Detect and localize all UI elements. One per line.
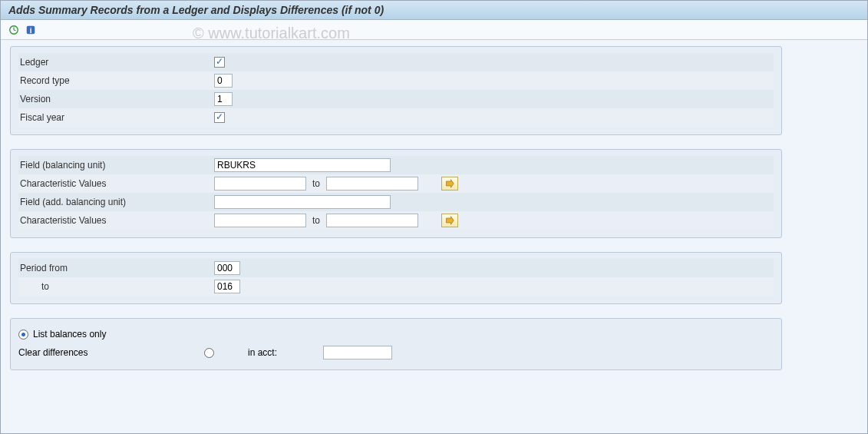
svg-text:i: i <box>30 25 32 34</box>
row-char-values-2: Characteristic Values to <box>18 211 774 230</box>
row-version: Version <box>18 90 774 108</box>
svg-line-2 <box>14 30 16 31</box>
multi-select-button-1[interactable] <box>441 177 458 190</box>
field-addbu-input[interactable] <box>214 195 391 209</box>
row-period-to: to <box>18 277 774 296</box>
group-balancing-unit: Field (balancing unit) Characteristic Va… <box>10 149 782 238</box>
multi-select-button-2[interactable] <box>441 214 458 227</box>
row-char-values-1: Characteristic Values to <box>18 174 774 193</box>
char-values-2-from-input[interactable] <box>214 214 306 227</box>
char-values-1-from-input[interactable] <box>214 177 306 190</box>
version-input[interactable] <box>214 92 233 106</box>
row-field-addbu: Field (add. balancing unit) <box>18 193 774 211</box>
field-bu-label: Field (balancing unit) <box>18 160 214 171</box>
row-ledger: Ledger <box>18 53 774 71</box>
period-to-label: to <box>18 281 214 292</box>
row-clear-diff: Clear differences in acct: <box>18 343 774 362</box>
char-values-2-label: Characteristic Values <box>18 215 214 226</box>
info-button[interactable]: i <box>24 23 38 37</box>
group-ledger-params: Ledger Record type Version Fiscal year <box>10 46 782 135</box>
group-period: Period from to <box>10 252 782 304</box>
version-label: Version <box>18 94 214 104</box>
ledger-label: Ledger <box>18 57 214 68</box>
char-values-1-label: Characteristic Values <box>18 178 214 189</box>
toolbar: i <box>1 20 867 40</box>
record-type-input[interactable] <box>214 74 233 88</box>
fiscal-year-checkbox[interactable] <box>214 112 225 123</box>
row-period-from: Period from <box>18 259 774 277</box>
content-area: © www.tutorialkart.com Ledger Record typ… <box>1 40 867 434</box>
row-field-bu: Field (balancing unit) <box>18 156 774 174</box>
row-fiscal-year: Fiscal year <box>18 108 774 127</box>
fiscal-year-label: Fiscal year <box>18 112 214 123</box>
row-list-balances: List balances only <box>18 325 774 343</box>
record-type-label: Record type <box>18 75 214 86</box>
ledger-checkbox[interactable] <box>214 57 225 68</box>
title-text: Adds Summary Records from a Ledger and D… <box>8 4 384 16</box>
page-title: Adds Summary Records from a Ledger and D… <box>1 1 867 20</box>
clear-diff-label: Clear differences <box>18 347 88 358</box>
in-acct-input[interactable] <box>323 346 392 359</box>
list-balances-label: List balances only <box>33 329 106 340</box>
field-bu-input[interactable] <box>214 158 391 172</box>
clear-diff-radio[interactable] <box>204 348 214 358</box>
period-from-label: Period from <box>18 263 214 273</box>
period-to-input[interactable] <box>214 280 240 293</box>
list-balances-radio[interactable] <box>18 330 28 340</box>
execute-button[interactable] <box>7 23 21 37</box>
period-from-input[interactable] <box>214 261 240 275</box>
to-label-2: to <box>312 215 320 226</box>
char-values-2-to-input[interactable] <box>326 214 418 227</box>
row-record-type: Record type <box>18 71 774 90</box>
group-options: List balances only Clear differences in … <box>10 318 782 370</box>
to-label-1: to <box>312 178 320 189</box>
field-addbu-label: Field (add. balancing unit) <box>18 197 214 207</box>
in-acct-label: in acct: <box>248 347 277 358</box>
char-values-1-to-input[interactable] <box>326 177 418 190</box>
